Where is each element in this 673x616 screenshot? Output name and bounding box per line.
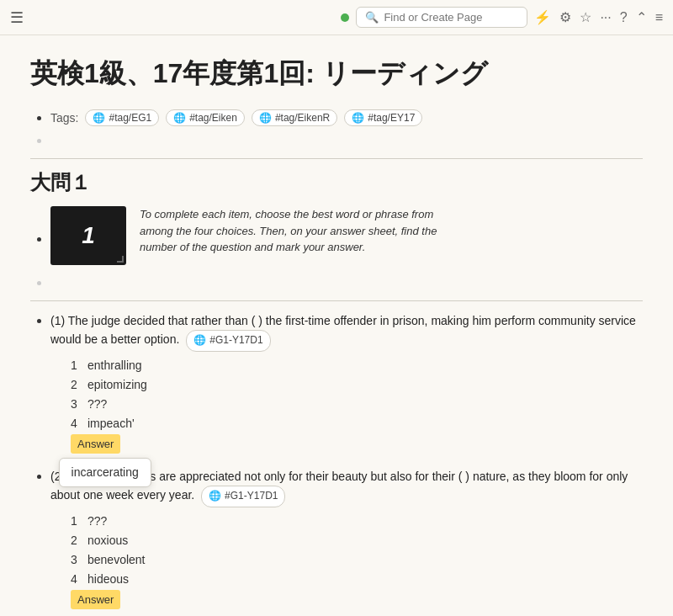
choice-2-2: 2 noxious bbox=[71, 532, 643, 550]
choice-num: 4 bbox=[71, 415, 82, 433]
answer-1-row: Answer incarcerating bbox=[71, 434, 643, 454]
choice-text: enthralling bbox=[87, 357, 142, 374]
choice-1-3: 3 ??? bbox=[71, 396, 643, 413]
search-bar[interactable]: 🔍 bbox=[356, 7, 527, 28]
section-list: 大問１ 1 To complete each item, choose the … bbox=[50, 169, 643, 290]
help-icon[interactable]: ? bbox=[620, 10, 628, 25]
search-input[interactable] bbox=[384, 11, 518, 24]
star-icon[interactable]: ☆ bbox=[580, 9, 591, 25]
choice-text: hideous bbox=[87, 571, 129, 588]
person-icon[interactable]: ⌃ bbox=[636, 9, 647, 25]
section-heading: 大問１ bbox=[30, 169, 643, 196]
choice-2-3: 3 benevolent bbox=[71, 551, 643, 569]
globe-icon: 🌐 bbox=[352, 112, 364, 124]
question-1-text: (1) The judge decided that rather than (… bbox=[50, 311, 643, 352]
divider-1 bbox=[30, 158, 643, 159]
image-block: 1 To complete each item, choose the best… bbox=[50, 206, 643, 265]
tag-eg1[interactable]: 🌐 #tag/EG1 bbox=[85, 109, 159, 126]
menu-icon[interactable]: ≡ bbox=[655, 10, 663, 25]
choice-text: benevolent bbox=[87, 551, 146, 569]
question-1-section: (1) The judge decided that rather than (… bbox=[50, 311, 643, 609]
globe-icon: 🌐 bbox=[193, 332, 206, 348]
more-icon[interactable]: ··· bbox=[600, 10, 611, 25]
tag-ey17[interactable]: 🌐 #tag/EY17 bbox=[344, 109, 422, 126]
question-2: (2) Cherry blosscms are appreciated not … bbox=[50, 467, 643, 609]
tags-label: Tags: bbox=[50, 111, 78, 125]
tag-eikenr[interactable]: 🌐 #tag/EikenR bbox=[252, 109, 337, 126]
image-number: 1 bbox=[82, 222, 95, 249]
choice-text: impeach' bbox=[87, 415, 135, 433]
main-content: 英検1級、17年度第1回: リーディング Tags: 🌐 #tag/EG1 🌐 … bbox=[0, 35, 673, 616]
image-corner bbox=[117, 256, 124, 263]
choice-1-2: 2 epitomizing bbox=[71, 376, 643, 394]
choice-1-1: 1 enthralling bbox=[71, 357, 643, 374]
question-1-tag[interactable]: 🌐 #G1-Y17D1 bbox=[186, 330, 270, 351]
topbar-icons: ⚡ ⚙ ☆ ··· ? ⌃ ≡ bbox=[534, 9, 663, 25]
status-dot bbox=[341, 13, 349, 22]
question-2-tag[interactable]: 🌐 #G1-Y17D1 bbox=[201, 486, 285, 507]
tags-section: Tags: 🌐 #tag/EG1 🌐 #tag/Eiken 🌐 #tag/Eik… bbox=[50, 109, 643, 148]
answer-1-tooltip: incarcerating bbox=[59, 458, 151, 487]
question-1-choices: 1 enthralling 2 epitomizing 3 ??? 4 impe… bbox=[71, 357, 643, 454]
globe-icon: 🌐 bbox=[259, 112, 272, 124]
answer-2-badge[interactable]: Answer bbox=[71, 590, 120, 610]
answer-1-badge[interactable]: Answer bbox=[71, 434, 120, 454]
filter-icon[interactable]: ⚡ bbox=[534, 9, 551, 25]
hamburger-icon[interactable]: ☰ bbox=[10, 8, 24, 27]
tag-eg1-label: #tag/EG1 bbox=[109, 112, 151, 124]
question-image: 1 bbox=[50, 206, 126, 265]
tag-eikenr-label: #tag/EikenR bbox=[275, 112, 330, 124]
search-icon: 🔍 bbox=[365, 11, 379, 24]
choice-text: epitomizing bbox=[87, 376, 147, 394]
choice-num: 2 bbox=[71, 376, 82, 394]
tag-eiken[interactable]: 🌐 #tag/Eiken bbox=[166, 109, 245, 126]
tag-ey17-label: #tag/EY17 bbox=[368, 112, 415, 124]
choice-num: 3 bbox=[71, 396, 82, 413]
page-title: 英検1級、17年度第1回: リーディング bbox=[30, 56, 643, 93]
answer-1-container: Answer incarcerating bbox=[71, 434, 120, 454]
choice-text: noxious bbox=[87, 532, 128, 550]
choice-2-4: 4 hideous bbox=[71, 571, 643, 588]
globe-icon: 🌐 bbox=[173, 112, 186, 124]
choice-num: 4 bbox=[71, 571, 82, 588]
question-2-choices: 1 ??? 2 noxious 3 benevolent 4 hideous bbox=[71, 512, 643, 610]
choice-text: ??? bbox=[87, 512, 107, 530]
image-instructions: To complete each item, choose the best w… bbox=[140, 206, 459, 256]
choice-num: 2 bbox=[71, 532, 82, 550]
choice-num: 1 bbox=[71, 512, 82, 530]
choice-num: 3 bbox=[71, 551, 82, 569]
q1-tag-label: #G1-Y17D1 bbox=[209, 332, 262, 348]
tags-row: Tags: 🌐 #tag/EG1 🌐 #tag/Eiken 🌐 #tag/Eik… bbox=[50, 109, 643, 126]
q2-tag-label: #G1-Y17D1 bbox=[225, 488, 278, 504]
tag-eiken-label: #tag/Eiken bbox=[189, 112, 237, 124]
globe-icon: 🌐 bbox=[93, 112, 105, 124]
topbar: ☰ 🔍 ⚡ ⚙ ☆ ··· ? ⌃ ≡ bbox=[0, 0, 673, 35]
choice-1-4: 4 impeach' bbox=[71, 415, 643, 433]
divider-2 bbox=[30, 300, 643, 301]
choice-2-1: 1 ??? bbox=[71, 512, 643, 530]
topbar-left: ☰ bbox=[10, 8, 24, 27]
answer-2-row: Answer bbox=[71, 590, 643, 610]
choice-num: 1 bbox=[71, 357, 82, 374]
choice-text: ??? bbox=[87, 396, 107, 413]
filter2-icon[interactable]: ⚙ bbox=[559, 9, 571, 25]
question-1: (1) The judge decided that rather than (… bbox=[50, 311, 643, 454]
globe-icon: 🌐 bbox=[209, 488, 221, 504]
